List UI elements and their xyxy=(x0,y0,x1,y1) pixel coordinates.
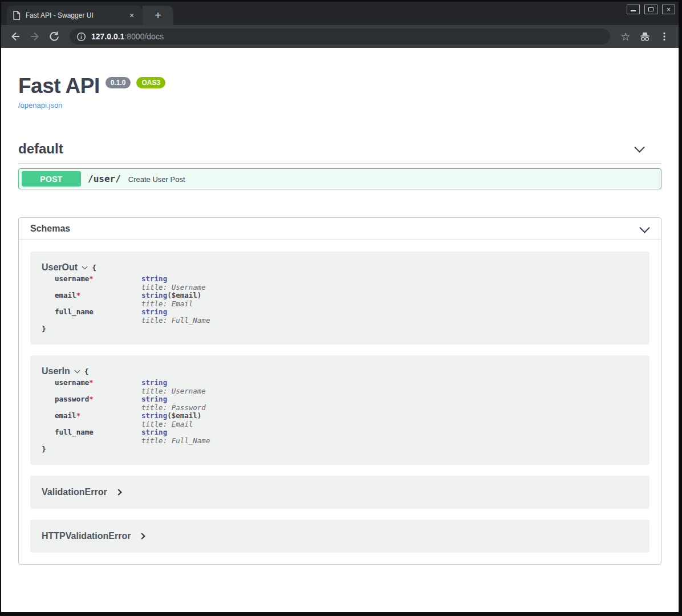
open-brace: { xyxy=(84,367,89,376)
property-title: title: Username xyxy=(141,283,206,292)
model-validationerror[interactable]: ValidationError xyxy=(30,476,649,509)
method-badge: POST xyxy=(22,171,81,187)
property-name: email xyxy=(55,291,76,299)
operation-path: /user/ xyxy=(88,173,121,184)
property-row: username* string title: Username xyxy=(55,275,638,291)
api-info-section: Fast API 0.1.0 OAS3 /openapi.json xyxy=(18,75,661,110)
oas3-badge: OAS3 xyxy=(136,77,165,88)
property-name: username xyxy=(55,378,89,387)
property-type: string xyxy=(141,307,167,316)
incognito-icon xyxy=(639,30,651,43)
property-row: password* string title: Password xyxy=(55,395,638,412)
opblock-post-user[interactable]: POST /user/ Create User Post xyxy=(18,168,661,189)
schemas-section: Schemas UserOut { username* xyxy=(18,217,661,565)
model-userout-toggle[interactable]: UserOut { xyxy=(42,262,638,273)
open-brace: { xyxy=(92,264,96,272)
reload-icon xyxy=(48,31,60,42)
close-icon: × xyxy=(667,6,671,13)
tag-section-header[interactable]: default xyxy=(18,141,661,164)
property-format: ($email) xyxy=(167,291,201,299)
property-type: string xyxy=(141,395,167,403)
tag-name: default xyxy=(18,141,63,156)
required-star: * xyxy=(76,291,81,299)
property-title: title: Full_Name xyxy=(141,317,210,325)
property-type: string xyxy=(141,411,167,420)
model-name: UserIn xyxy=(42,366,70,376)
site-info-icon xyxy=(76,32,86,42)
property-name: full_name xyxy=(55,307,94,316)
address-bar[interactable]: 127.0.0.1:8000/docs xyxy=(70,29,610,44)
window-controls: × xyxy=(627,5,675,14)
property-format: ($email) xyxy=(167,411,201,420)
openapi-spec-link[interactable]: /openapi.json xyxy=(18,101,62,110)
browser-toolbar: 127.0.0.1:8000/docs ☆ xyxy=(1,25,679,48)
url-host: 127.0.0.1 xyxy=(91,32,124,41)
url-path: :8000/docs xyxy=(124,32,164,41)
browser-tab[interactable]: Fast API - Swagger UI × xyxy=(7,6,143,25)
property-name: full_name xyxy=(55,428,94,436)
property-title: title: Username xyxy=(141,387,206,396)
new-tab-button[interactable]: + xyxy=(155,10,161,21)
url-text: 127.0.0.1:8000/docs xyxy=(91,32,164,41)
schemas-header[interactable]: Schemas xyxy=(19,218,661,240)
kebab-menu-icon xyxy=(659,31,669,42)
minimize-button[interactable] xyxy=(627,5,640,14)
model-properties: username* string title: Username passwor… xyxy=(55,379,638,445)
model-chevron-right-icon xyxy=(115,489,121,495)
property-row: full_name string title: Full_Name xyxy=(55,308,638,325)
operation-summary: Create User Post xyxy=(128,175,185,184)
close-button[interactable]: × xyxy=(662,5,675,14)
incognito-avatar[interactable] xyxy=(636,28,653,45)
minimize-icon xyxy=(631,10,636,11)
forward-button[interactable] xyxy=(26,28,43,45)
property-name: password xyxy=(55,395,89,403)
tab-title: Fast API - Swagger UI xyxy=(26,11,127,19)
schemas-title: Schemas xyxy=(30,224,70,234)
maximize-button[interactable] xyxy=(644,5,657,14)
browser-window: Fast API - Swagger UI × + × xyxy=(1,2,679,612)
required-star: * xyxy=(89,395,94,403)
collapse-tag-chevron-icon[interactable] xyxy=(634,142,644,152)
model-properties: username* string title: Username email* … xyxy=(55,275,638,325)
api-title: Fast API xyxy=(18,75,100,97)
close-brace: } xyxy=(42,325,638,333)
property-name: email xyxy=(55,411,76,420)
collapse-schemas-chevron-icon[interactable] xyxy=(639,222,649,233)
forward-arrow-icon xyxy=(29,31,40,42)
property-name: username xyxy=(55,274,89,283)
model-name: HTTPValidationError xyxy=(42,531,131,541)
page-favicon-icon xyxy=(13,11,21,20)
back-button[interactable] xyxy=(7,28,24,45)
property-type: string xyxy=(141,291,167,299)
reload-button[interactable] xyxy=(46,28,63,45)
property-type: string xyxy=(141,274,167,283)
schemas-body: UserOut { username* string title: Userna… xyxy=(19,240,661,564)
titlebar: Fast API - Swagger UI × + × xyxy=(1,2,679,25)
close-brace: } xyxy=(42,445,638,453)
browser-menu-button[interactable] xyxy=(656,28,673,45)
model-name: ValidationError xyxy=(42,487,107,497)
property-row: email* string($email) title: Email xyxy=(55,291,638,308)
model-userin-toggle[interactable]: UserIn { xyxy=(42,366,638,376)
model-chevron-down-icon xyxy=(82,264,88,269)
bookmark-star-icon: ☆ xyxy=(620,31,630,42)
model-userin: UserIn { username* string title: Usernam… xyxy=(30,355,649,465)
back-arrow-icon xyxy=(10,31,21,42)
swagger-page: Fast API 0.1.0 OAS3 /openapi.json defaul… xyxy=(1,48,679,612)
property-type: string xyxy=(141,428,167,436)
model-chevron-right-icon xyxy=(139,533,145,539)
property-title: title: Email xyxy=(141,300,201,309)
version-badge: 0.1.0 xyxy=(105,77,131,88)
required-star: * xyxy=(89,378,94,387)
required-star: * xyxy=(89,274,94,283)
tab-close-icon[interactable]: × xyxy=(127,10,137,21)
bookmark-button[interactable]: ☆ xyxy=(617,28,634,45)
required-star: * xyxy=(76,411,81,420)
property-title: title: Password xyxy=(141,404,206,412)
model-httpvalidationerror[interactable]: HTTPValidationError xyxy=(30,520,649,553)
property-title: title: Full_Name xyxy=(141,437,210,445)
property-row: full_name string title: Full_Name xyxy=(55,428,638,445)
model-chevron-down-icon xyxy=(74,367,80,373)
maximize-icon xyxy=(648,7,653,11)
property-title: title: Email xyxy=(141,420,201,429)
